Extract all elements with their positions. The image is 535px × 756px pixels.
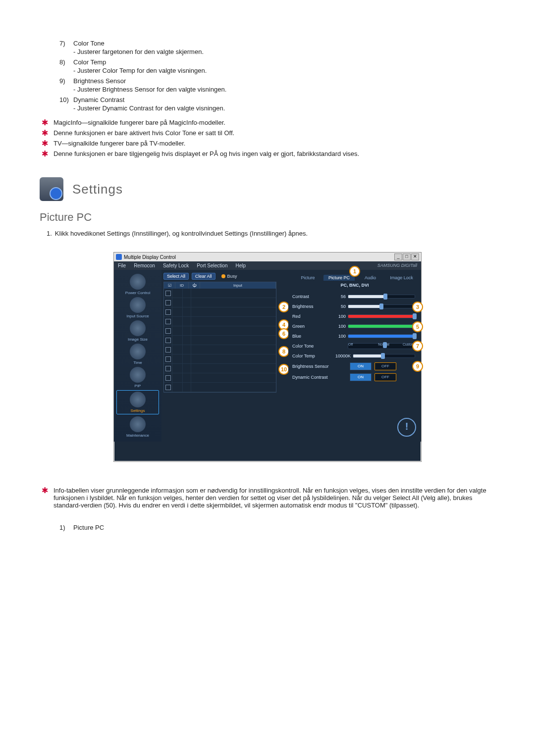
row-checkbox[interactable] bbox=[164, 354, 172, 363]
device-grid: ☑ ID ⏻ Input bbox=[163, 282, 276, 393]
info-icon[interactable]: ! bbox=[397, 418, 416, 437]
row-checkbox[interactable] bbox=[164, 289, 172, 298]
tab-picture[interactable]: Picture bbox=[292, 275, 323, 281]
menu-file[interactable]: File bbox=[114, 261, 130, 270]
menubar: File Remocon Safety Lock Port Selection … bbox=[114, 261, 421, 270]
nav-image-size[interactable]: Image Size bbox=[118, 320, 158, 342]
row-checkbox[interactable] bbox=[164, 373, 172, 382]
power-icon bbox=[130, 274, 146, 290]
bottom-star-notes: Info-tabellen viser grunnleggende inform… bbox=[40, 487, 495, 509]
table-row[interactable] bbox=[164, 345, 276, 354]
tab-audio[interactable]: Audio bbox=[355, 275, 386, 281]
panel-subtitle: PC, BNC, DVI bbox=[292, 283, 417, 288]
size-icon bbox=[130, 320, 146, 336]
top-numbered-list: 7)Color Tone- Justerer fargetonen for de… bbox=[40, 40, 495, 112]
menu-port-selection[interactable]: Port Selection bbox=[193, 261, 231, 270]
table-row[interactable] bbox=[164, 383, 276, 392]
tab-picture-pc[interactable]: Picture PC bbox=[323, 275, 355, 281]
table-row[interactable] bbox=[164, 354, 276, 364]
titlebar: Multiple Display Control _ □ ✕ bbox=[114, 252, 421, 261]
note: TV—signalkilde fungerer bare på TV-model… bbox=[40, 140, 495, 147]
row-checkbox[interactable] bbox=[164, 364, 172, 373]
table-row[interactable] bbox=[164, 289, 276, 298]
callout-2: 2 bbox=[278, 302, 289, 312]
contrast-slider[interactable] bbox=[348, 295, 415, 299]
row-checkbox[interactable] bbox=[164, 345, 172, 354]
color-temp-slider[interactable] bbox=[353, 354, 415, 358]
green-slider[interactable] bbox=[348, 324, 415, 328]
col-check[interactable]: ☑ bbox=[164, 282, 175, 289]
settings-icon bbox=[40, 177, 63, 201]
row-checkbox[interactable] bbox=[164, 336, 172, 345]
busy-dot-icon bbox=[221, 274, 225, 278]
row-checkbox[interactable] bbox=[164, 307, 172, 316]
color-tone-row: Color ToneOffNormalCustom7 bbox=[292, 341, 417, 351]
bs-on-button[interactable]: ON bbox=[350, 362, 372, 370]
row-checkbox[interactable] bbox=[164, 298, 172, 307]
callout-7: 7 bbox=[412, 341, 423, 352]
note: Denne funksjonen er bare tilgjengelig hv… bbox=[40, 150, 495, 157]
note: Info-tabellen viser grunnleggende inform… bbox=[40, 487, 495, 509]
table-row[interactable] bbox=[164, 373, 276, 383]
col-input: Input bbox=[200, 282, 276, 289]
blue-row: Blue100 bbox=[292, 331, 417, 341]
dc-on-button[interactable]: ON bbox=[350, 373, 372, 381]
menu-remocon[interactable]: Remocon bbox=[130, 261, 159, 270]
callout-1: 1 bbox=[349, 266, 360, 277]
dc-off-button[interactable]: OFF bbox=[374, 373, 396, 381]
red-row: Red100 bbox=[292, 311, 417, 321]
callout-8: 8 bbox=[278, 346, 289, 357]
color-tone-slider[interactable]: OffNormalCustom bbox=[348, 343, 415, 349]
table-row[interactable] bbox=[164, 364, 276, 373]
row-checkbox[interactable] bbox=[164, 383, 172, 392]
contrast-row: Contrast56 bbox=[292, 292, 417, 302]
table-row[interactable] bbox=[164, 326, 276, 336]
clear-all-button[interactable]: Clear All bbox=[192, 273, 215, 280]
brightness-row: Brightness503 bbox=[292, 302, 417, 311]
row-checkbox[interactable] bbox=[164, 317, 172, 326]
menu-help[interactable]: Help bbox=[231, 261, 250, 270]
time-icon bbox=[130, 344, 146, 359]
col-power: ⏻ bbox=[189, 282, 200, 289]
callout-6: 6 bbox=[278, 328, 289, 339]
left-nav: Power Control Input Source Image Size Ti… bbox=[114, 270, 161, 442]
nav-maintenance[interactable]: Maintenance bbox=[118, 416, 158, 438]
settings-panel: 1 Picture Picture PC Audio Image Lock PC… bbox=[288, 270, 421, 442]
close-button[interactable]: ✕ bbox=[411, 253, 419, 260]
table-row[interactable] bbox=[164, 336, 276, 345]
table-row[interactable] bbox=[164, 298, 276, 307]
table-row[interactable] bbox=[164, 307, 276, 317]
row-checkbox[interactable] bbox=[164, 326, 172, 335]
maximize-button[interactable]: □ bbox=[403, 253, 411, 260]
menu-safety-lock[interactable]: Safety Lock bbox=[159, 261, 193, 270]
green-row: Green1005 bbox=[292, 321, 417, 331]
nav-settings[interactable]: Settings bbox=[116, 390, 159, 414]
bs-off-button[interactable]: OFF bbox=[374, 362, 396, 370]
center-panel: Select All Clear All Busy ☑ ID ⏻ Input bbox=[161, 270, 278, 442]
window-title: Multiple Display Control bbox=[124, 254, 394, 260]
note: MagicInfo—signalkilde fungerer bare på M… bbox=[40, 119, 495, 126]
step-1: 1.Klikk hovedikonet Settings (Innstillin… bbox=[40, 230, 495, 237]
subsection-title: Picture PC bbox=[40, 211, 495, 224]
pip-icon bbox=[130, 367, 146, 383]
nav-time[interactable]: Time bbox=[118, 344, 158, 365]
callout-3: 3 bbox=[412, 302, 423, 312]
tab-image-lock[interactable]: Image Lock bbox=[386, 275, 417, 281]
busy-indicator: Busy bbox=[221, 274, 237, 279]
minimize-button[interactable]: _ bbox=[394, 253, 402, 260]
red-slider[interactable] bbox=[348, 314, 415, 318]
grid-header: ☑ ID ⏻ Input bbox=[164, 282, 276, 289]
callout-9: 9 bbox=[412, 361, 423, 372]
nav-power-control[interactable]: Power Control bbox=[118, 274, 158, 295]
callout-column: 246810 bbox=[278, 270, 288, 442]
blue-slider[interactable] bbox=[348, 334, 415, 338]
section-header: Settings bbox=[40, 177, 495, 201]
brightness-slider[interactable] bbox=[348, 304, 415, 308]
nav-pip[interactable]: PIP bbox=[118, 367, 158, 388]
select-all-button[interactable]: Select All bbox=[163, 273, 189, 280]
nav-input-source[interactable]: Input Source bbox=[118, 297, 158, 318]
table-row[interactable] bbox=[164, 317, 276, 326]
note: Denne funksjonen er bare aktivert hvis C… bbox=[40, 129, 495, 137]
color-temp-row: Color Temp10000K bbox=[292, 351, 417, 361]
maintenance-icon bbox=[130, 416, 146, 432]
